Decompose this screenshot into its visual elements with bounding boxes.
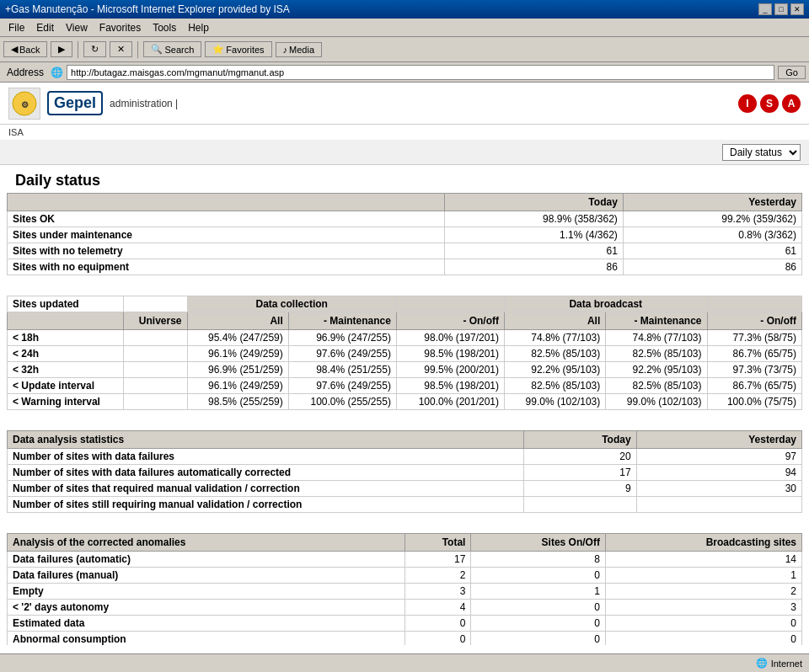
refresh-button[interactable]: ↻ [83, 41, 106, 57]
close-button[interactable]: ✕ [790, 3, 804, 15]
search-button[interactable]: 🔍 Search [143, 41, 201, 57]
table-row: < Warning interval 98.5% (255/259) 100.0… [8, 394, 802, 410]
row-label: < Warning interval [8, 394, 124, 410]
row-db-maint: 82.5% (85/103) [606, 346, 707, 362]
data-broadcast-header: Data broadcast [505, 296, 708, 312]
row-yesterday: 86 [623, 259, 801, 275]
search-icon: 🔍 [151, 44, 163, 55]
circle-a-button[interactable]: A [782, 94, 801, 113]
row-label: Number of sites with data failures [8, 449, 524, 465]
status-bar: 🌐 Internet [0, 653, 809, 672]
col-site [8, 312, 124, 330]
row-universe [124, 378, 187, 394]
row-label: Sites with no equipment [8, 259, 445, 275]
refresh-icon: ↻ [91, 44, 99, 55]
row-dc-all: 96.9% (251/259) [187, 362, 288, 378]
logo-area: ⚙ Gepel administration | [8, 88, 178, 120]
data-collection-header: Data collection [187, 296, 396, 312]
window-controls: _ □ ✕ [758, 3, 804, 15]
row-universe [124, 346, 187, 362]
separator2 [137, 41, 138, 58]
row-yesterday: 61 [623, 243, 801, 259]
circle-s-button[interactable]: S [760, 94, 779, 113]
table-row: < 18h 95.4% (247/259) 96.9% (247/255) 98… [8, 330, 802, 346]
back-button[interactable]: ◀ Back [3, 41, 47, 57]
row-dc-onoff: 98.0% (197/201) [396, 330, 504, 346]
row-db-all: 82.5% (85/103) [505, 378, 606, 394]
row-db-maint: 74.8% (77/103) [606, 330, 707, 346]
row-universe [124, 330, 187, 346]
menu-help[interactable]: Help [183, 20, 214, 35]
row-label: < '2' days autonomy [8, 600, 405, 616]
internet-icon: 🌐 [756, 658, 768, 669]
favorites-button[interactable]: ⭐ Favorites [205, 41, 271, 57]
row-label: Estimated data [8, 616, 405, 632]
menu-file[interactable]: File [3, 20, 29, 35]
stop-button[interactable]: ✕ [110, 41, 132, 57]
table-row: < Update interval 96.1% (249/259) 97.6% … [8, 378, 802, 394]
col-dc-maint: - Maintenance [288, 312, 396, 330]
row-db-onoff: 100.0% (75/75) [707, 394, 801, 410]
table-row: < 24h 96.1% (249/259) 97.6% (249/255) 98… [8, 346, 802, 362]
status-select-row: Daily status [0, 141, 809, 165]
row-today: 61 [444, 243, 623, 259]
summary-col-today: Today [444, 194, 623, 211]
anomalies-total: Total [404, 534, 471, 552]
row-label: Number of sites that required manual val… [8, 481, 524, 497]
row-dc-onoff: 98.5% (198/201) [396, 346, 504, 362]
table-row: Number of sites with data failures 20 97 [8, 449, 802, 465]
row-today: 1.1% (4/362) [444, 227, 623, 243]
anomalies-title: Analysis of the corrected anomalies [8, 534, 405, 552]
row-total: 2 [404, 568, 471, 584]
row-total: 17 [404, 552, 471, 568]
table-row: Data failures (manual) 2 0 1 [8, 568, 802, 584]
forward-button[interactable]: ▶ [51, 41, 72, 57]
back-icon: ◀ [11, 44, 18, 55]
table-row: Abnormal consumption 0 0 0 [8, 632, 802, 646]
isa-label: ISA [8, 127, 24, 137]
row-label: Empty [8, 584, 405, 600]
table-row: Number of sites still requiring manual v… [8, 497, 802, 513]
table-row: Sites with no telemetry 61 61 [8, 243, 802, 259]
media-button[interactable]: ♪ Media [276, 42, 322, 57]
row-db-maint: 82.5% (85/103) [606, 378, 707, 394]
row-today: 9 [523, 481, 636, 497]
row-dc-onoff: 100.0% (201/201) [396, 394, 504, 410]
row-yesterday: 0.8% (3/362) [623, 227, 801, 243]
table-row: Data failures (automatic) 17 8 14 [8, 552, 802, 568]
row-label: Sites OK [8, 211, 445, 227]
go-button[interactable]: Go [778, 66, 806, 79]
menu-view[interactable]: View [61, 20, 93, 35]
anomalies-broadcasting: Broadcasting sites [605, 534, 801, 552]
circle-i-button[interactable]: I [738, 94, 757, 113]
title-bar: +Gas Manutenção - Microsoft Internet Exp… [0, 0, 809, 19]
menu-tools[interactable]: Tools [147, 20, 181, 35]
row-db-onoff: 77.3% (58/75) [707, 330, 801, 346]
menu-bar: File Edit View Favorites Tools Help [0, 19, 809, 37]
row-today: 20 [523, 449, 636, 465]
row-broadcasting: 3 [605, 600, 801, 616]
restore-button[interactable]: □ [774, 3, 788, 15]
row-label: Data failures (automatic) [8, 552, 405, 568]
favorites-icon: ⭐ [212, 44, 224, 55]
media-icon: ♪ [283, 45, 288, 55]
analysis-title: Data analysis statistics [8, 431, 524, 449]
menu-edit[interactable]: Edit [31, 20, 59, 35]
address-input[interactable] [67, 65, 774, 80]
menu-favorites[interactable]: Favorites [94, 20, 146, 35]
row-total: 3 [404, 584, 471, 600]
minimize-button[interactable]: _ [758, 3, 772, 15]
col-universe: Universe [124, 312, 187, 330]
daily-status-select[interactable]: Daily status [722, 144, 801, 161]
main-content: Daily status Today Yesterday Sites OK 98… [0, 165, 809, 645]
table-row: Empty 3 1 2 [8, 584, 802, 600]
row-yesterday: 97 [636, 449, 801, 465]
row-dc-all: 96.1% (249/259) [187, 378, 288, 394]
row-sites-onoff: 0 [471, 568, 605, 584]
col-dc-onoff: - On/off [396, 312, 504, 330]
row-db-all: 82.5% (85/103) [505, 346, 606, 362]
row-label: Abnormal consumption [8, 632, 405, 646]
status-text: 🌐 Internet [756, 658, 802, 669]
row-db-all: 74.8% (77/103) [505, 330, 606, 346]
spacer2 [707, 296, 801, 312]
